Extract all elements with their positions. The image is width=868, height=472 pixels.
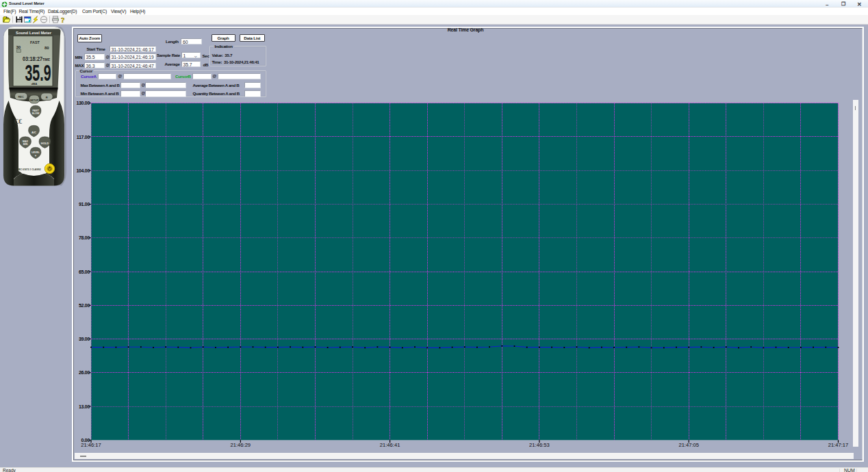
svg-text:117.00: 117.00 — [77, 135, 90, 140]
svg-text:13.00: 13.00 — [79, 404, 90, 409]
svg-text:21:46:17: 21:46:17 — [81, 442, 101, 448]
svg-text:21:47:05: 21:47:05 — [678, 442, 699, 448]
svg-text:130.00: 130.00 — [76, 101, 90, 105]
svg-text:91.00: 91.00 — [79, 202, 90, 207]
svg-text:26.00: 26.00 — [79, 370, 90, 375]
svg-text:21:47:17: 21:47:17 — [828, 442, 849, 448]
svg-text:52.00: 52.00 — [79, 303, 90, 308]
svg-text:21:46:41: 21:46:41 — [380, 442, 400, 448]
svg-text:21:46:29: 21:46:29 — [231, 442, 251, 448]
svg-text:78.00: 78.00 — [79, 235, 90, 240]
svg-text:21:46:53: 21:46:53 — [529, 442, 550, 448]
svg-text:104.00: 104.00 — [76, 168, 90, 173]
svg-text:39.00: 39.00 — [79, 337, 90, 341]
svg-text:65.00: 65.00 — [79, 270, 90, 274]
